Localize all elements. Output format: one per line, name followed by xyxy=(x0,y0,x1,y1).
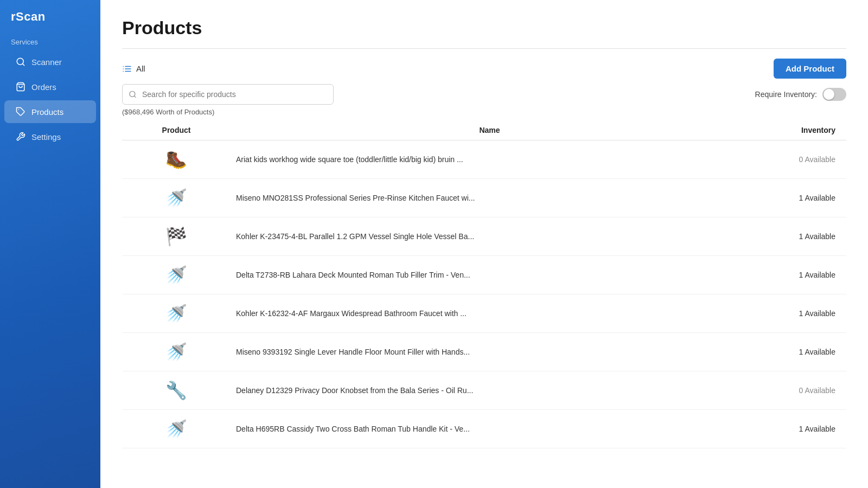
product-inventory-cell: 1 Available xyxy=(749,309,846,318)
product-image-cell: 🚿 xyxy=(122,333,231,371)
table-row[interactable]: 🚿Delta T2738-RB Lahara Deck Mounted Roma… xyxy=(122,256,846,294)
product-inventory-cell: 1 Available xyxy=(749,348,846,356)
settings-icon xyxy=(15,131,26,142)
sidebar-item-orders[interactable]: Orders xyxy=(4,75,96,98)
table-row[interactable]: 🥾Ariat kids workhog wide square toe (tod… xyxy=(122,140,846,179)
require-inventory-row: Require Inventory: xyxy=(755,88,846,101)
product-name-cell: Delta T2738-RB Lahara Deck Mounted Roman… xyxy=(231,271,749,279)
sidebar: rScan Services Scanner Orders xyxy=(0,0,100,488)
product-name-cell: Kohler K-23475-4-BL Parallel 1.2 GPM Ves… xyxy=(231,232,749,241)
col-product: Product xyxy=(122,126,231,134)
product-name-cell: Miseno 9393192 Single Lever Handle Floor… xyxy=(231,348,749,356)
table-row[interactable]: 🚿Kohler K-16232-4-AF Margaux Widespread … xyxy=(122,294,846,333)
sidebar-item-scanner[interactable]: Scanner xyxy=(4,50,96,73)
product-name-cell: Miseno MNO281SS Professional Series Pre-… xyxy=(231,194,749,202)
product-image-icon: 🚿 xyxy=(163,299,189,328)
sidebar-section-label: Services xyxy=(0,33,100,49)
product-name-cell: Ariat kids workhog wide square toe (todd… xyxy=(231,155,749,164)
product-image-cell: 🏁 xyxy=(122,217,231,255)
filter-icon xyxy=(122,64,132,74)
product-image-cell: 🚿 xyxy=(122,410,231,448)
products-icon xyxy=(15,106,26,117)
product-image-icon: 🔧 xyxy=(163,376,189,405)
scanner-icon xyxy=(15,56,26,67)
table-row[interactable]: 🚿Miseno MNO281SS Professional Series Pre… xyxy=(122,179,846,217)
product-inventory-cell: 1 Available xyxy=(749,194,846,202)
app-logo: rScan xyxy=(0,0,100,33)
product-name-cell: Delaney D12329 Privacy Door Knobset from… xyxy=(231,386,749,395)
product-image-icon: 🚿 xyxy=(163,183,189,213)
product-inventory-cell: 0 Available xyxy=(749,155,846,164)
product-name-cell: Delta H695RB Cassidy Two Cross Bath Roma… xyxy=(231,425,749,433)
scanner-label: Scanner xyxy=(31,57,62,67)
col-name: Name xyxy=(231,126,749,134)
sidebar-item-settings[interactable]: Settings xyxy=(4,125,96,148)
product-image-cell: 🔧 xyxy=(122,371,231,409)
search-input[interactable] xyxy=(122,84,334,105)
product-inventory-cell: 1 Available xyxy=(749,271,846,279)
main-header: Products xyxy=(100,0,868,49)
page-title: Products xyxy=(122,17,846,38)
product-image-icon: 🏁 xyxy=(163,222,189,251)
orders-label: Orders xyxy=(31,82,56,92)
table-body: 🥾Ariat kids workhog wide square toe (tod… xyxy=(122,140,846,448)
table-row[interactable]: 🏁Kohler K-23475-4-BL Parallel 1.2 GPM Ve… xyxy=(122,217,846,256)
product-image-cell: 🚿 xyxy=(122,179,231,217)
products-table: Product Name Inventory 🥾Ariat kids workh… xyxy=(100,120,868,488)
products-label: Products xyxy=(31,107,63,117)
require-inventory-toggle[interactable] xyxy=(822,88,846,101)
col-inventory: Inventory xyxy=(749,126,846,134)
table-row[interactable]: 🚿Delta H695RB Cassidy Two Cross Bath Rom… xyxy=(122,410,846,448)
product-inventory-cell: 1 Available xyxy=(749,425,846,433)
product-image-cell: 🥾 xyxy=(122,140,231,178)
all-filter[interactable]: All xyxy=(122,64,145,74)
product-image-icon: 🚿 xyxy=(163,414,189,444)
product-name-cell: Kohler K-16232-4-AF Margaux Widespread B… xyxy=(231,309,749,318)
svg-line-1 xyxy=(22,63,24,65)
settings-label: Settings xyxy=(31,132,61,142)
orders-icon xyxy=(15,81,26,92)
add-product-button[interactable]: Add Product xyxy=(774,59,846,79)
svg-line-11 xyxy=(134,96,136,98)
main-content: Products All Add Product xyxy=(100,0,868,488)
all-filter-label: All xyxy=(136,64,145,73)
product-image-cell: 🚿 xyxy=(122,294,231,332)
product-image-icon: 🚿 xyxy=(163,337,189,367)
require-inventory-label: Require Inventory: xyxy=(755,90,817,99)
toolbar: All Add Product xyxy=(100,49,868,84)
product-inventory-cell: 1 Available xyxy=(749,232,846,241)
table-row[interactable]: 🚿Miseno 9393192 Single Lever Handle Floo… xyxy=(122,333,846,371)
product-image-cell: 🚿 xyxy=(122,256,231,294)
table-header: Product Name Inventory xyxy=(122,120,846,140)
product-inventory-cell: 0 Available xyxy=(749,386,846,395)
product-image-icon: 🚿 xyxy=(163,260,189,290)
worth-label: ($968,496 Worth of Products) xyxy=(100,107,868,120)
search-wrapper xyxy=(122,84,334,105)
table-row[interactable]: 🔧Delaney D12329 Privacy Door Knobset fro… xyxy=(122,371,846,410)
product-image-icon: 🥾 xyxy=(163,145,189,174)
search-bar-row: Require Inventory: xyxy=(100,84,868,107)
sidebar-item-products[interactable]: Products xyxy=(4,100,96,123)
search-icon xyxy=(129,91,137,99)
toggle-knob xyxy=(824,89,834,100)
